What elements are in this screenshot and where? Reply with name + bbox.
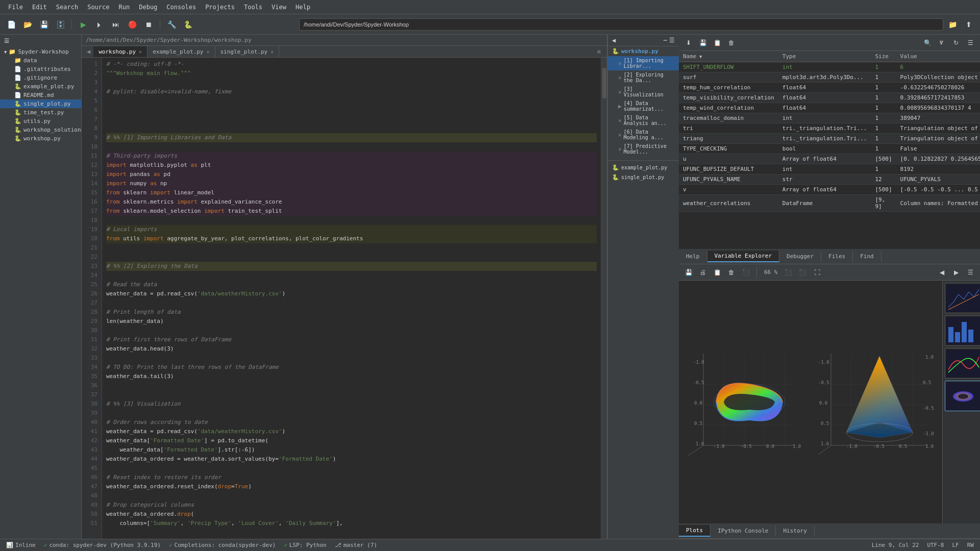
tab-variable-explorer[interactable]: Variable Explorer [707,251,780,262]
plot-print-btn[interactable]: 🖨 [697,267,708,278]
outline-single-plot[interactable]: 🐍 single_plot.py [608,172,679,182]
var-row-12[interactable]: v Array of float64 [500] [-0.5 -0.5 -0.5… [679,185,980,195]
sidebar-item-data[interactable]: 📁 data [0,56,81,65]
col-size-header[interactable]: Size [871,51,896,62]
plot-fit-btn[interactable]: ⛶ [812,267,823,278]
tab-ipython-console[interactable]: IPython Console [710,525,776,536]
sidebar-item-workshop-solutions[interactable]: 🐍 workshop_solutions.p [0,126,81,134]
var-row-11[interactable]: UFUNC_PYVALS_NAME str 12 UFUNC_PYVALS [679,174,980,185]
var-refresh-btn[interactable]: ↻ [950,37,962,48]
editor-scrollbar[interactable] [601,58,607,539]
code-editor[interactable]: 1234567891011121314151617181920212223242… [82,58,607,539]
path-input[interactable] [299,18,943,31]
outline-item-6[interactable]: ✕ [6] Data Modeling a... [608,128,679,142]
var-row-7[interactable]: triang tri._triangulation.Tri... 1 Trian… [679,134,980,144]
back-btn[interactable]: ◀ [612,37,616,44]
plot-zoom-out-btn[interactable]: ⬛ [783,267,794,278]
var-row-5[interactable]: tracemalloc_domain int 1 389047 [679,113,980,123]
var-row-2[interactable]: temp_hum_correlation float64 1 -0.632254… [679,83,980,93]
scrollbar-thumb[interactable] [602,68,606,98]
tab-close-example[interactable]: ✕ [206,49,209,55]
var-filter-btn[interactable]: ⛛ [936,37,947,48]
stop-btn[interactable]: ⏹ [141,17,156,32]
tab-plots[interactable]: Plots [679,525,710,537]
menu-tools[interactable]: Tools [240,2,266,12]
outline-collapse-btn[interactable]: ☰ [669,37,675,44]
sidebar-item-time-test[interactable]: 🐍 time_test.py [0,108,81,117]
plot-copy-btn[interactable]: 📋 [712,267,723,278]
var-row-8[interactable]: TYPE_CHECKING bool 1 False [679,144,980,154]
code-content[interactable]: # -*- coding: utf-8 -*- """Workshop main… [102,58,601,539]
tab-workshop-py[interactable]: workshop.py ✕ [93,46,148,57]
plot-delete-btn[interactable]: 🗑 [726,267,737,278]
sidebar-item-example-plot[interactable]: 🐍 example_plot.py [0,82,81,91]
outline-menu-btn[interactable]: ⋯ [664,37,667,44]
menu-help[interactable]: Help [291,2,314,12]
sidebar-item-workshop[interactable]: 🐍 workshop.py [0,134,81,143]
tab-example-plot-py[interactable]: example_plot.py ✕ [148,46,215,57]
outline-item-3[interactable]: ✕ [3] Visualization [608,85,679,99]
tab-history[interactable]: History [776,525,814,536]
menu-projects[interactable]: Projects [201,2,239,12]
variable-table[interactable]: Name Type Size Value SHIFT_UNDERFLOW int… [679,51,980,249]
sidebar-item-utils[interactable]: 🐍 utils.py [0,117,81,126]
var-row-9[interactable]: u Array of float64 [500] [0. 0.12822827 … [679,154,980,164]
menu-debug[interactable]: Debug [135,2,161,12]
open-dir-btn[interactable]: 📁 [945,17,960,32]
outline-item-7[interactable]: ✕ [7] Predictive Model... [608,142,679,156]
var-row-10[interactable]: UFUNC_BUFSIZE_DEFAULT int 1 8192 [679,164,980,174]
outline-workshop-py[interactable]: 🐍 workshop.py [608,46,679,56]
new-file-btn[interactable]: 📄 [4,17,18,32]
settings-btn[interactable]: 🔧 [164,17,179,32]
go-up-btn[interactable]: ⬆ [962,17,976,32]
sidebar-root-folder[interactable]: ▼ 📁 Spyder-Workshop [0,47,81,56]
plot-save-btn[interactable]: 💾 [683,267,694,278]
outline-item-2[interactable]: ✕ [2] Exploring the Da... [608,70,679,85]
outline-item-1[interactable]: ✕ [1] Importing Librar... [608,56,679,70]
sidebar-item-readme[interactable]: 📄 README.md [0,91,81,99]
plot-thumb-3[interactable] [945,348,980,379]
plot-next-btn[interactable]: ▶ [950,267,962,278]
plot-delete-all-btn[interactable]: ⬛ [740,267,751,278]
outline-example-plot[interactable]: 🐍 example_plot.py [608,163,679,172]
plot-thumb-2[interactable] [945,315,980,346]
sidebar-item-gitignore[interactable]: 📄 .gitignore [0,73,81,82]
menu-edit[interactable]: Edit [28,2,51,12]
python-btn[interactable]: 🐍 [181,17,195,32]
open-file-btn[interactable]: 📂 [20,17,35,32]
run-btn[interactable]: ▶ [76,17,90,32]
run-cell-btn[interactable]: ⏵ [92,17,107,32]
run-cell-advance-btn[interactable]: ⏭ [109,17,123,32]
save-all-btn[interactable]: 🗄️ [53,17,67,32]
plot-thumb-4[interactable] [945,381,980,411]
plot-prev-btn[interactable]: ◀ [936,267,947,278]
var-copy-btn[interactable]: 📋 [712,37,723,48]
col-type-header[interactable]: Type [778,51,871,62]
tab-close-single[interactable]: ✕ [271,49,274,55]
tab-debugger[interactable]: Debugger [779,251,821,262]
plot-menu-btn[interactable]: ☰ [965,267,976,278]
collapse-sidebar-icon[interactable]: ☰ [4,38,9,44]
col-value-header[interactable]: Value [896,51,980,62]
var-row-13[interactable]: weather_correlations DataFrame [9, 9] Co… [679,195,980,212]
tab-find[interactable]: Find [853,251,881,262]
var-delete-btn[interactable]: 🗑 [726,37,737,48]
menu-view[interactable]: View [267,2,290,12]
var-row-6[interactable]: tri tri._triangulation.Tri... 1 Triangul… [679,123,980,134]
outline-item-5[interactable]: ✕ [5] Data Analysis an... [608,113,679,128]
tab-close-workshop[interactable]: ✕ [139,49,142,55]
plot-zoom-in-btn[interactable]: ⬛ [797,267,808,278]
var-row-3[interactable]: temp_visibility_correlation float64 1 0.… [679,93,980,103]
tab-single-plot-py[interactable]: single_plot.py ✕ [215,46,280,57]
menu-run[interactable]: Run [115,2,134,12]
var-search-btn[interactable]: 🔍 [922,37,933,48]
sidebar-item-gitattributes[interactable]: 📄 .gitattributes [0,65,81,73]
sidebar-item-single-plot[interactable]: 🐍 single_plot.py [0,99,81,108]
tab-help[interactable]: Help [679,251,707,262]
tabs-menu-btn[interactable]: ≡ [593,46,605,57]
var-export-btn[interactable]: 💾 [697,37,708,48]
menu-source[interactable]: Source [83,2,113,12]
var-row-0[interactable]: SHIFT_UNDERFLOW int 1 6 [679,62,980,72]
outline-item-4[interactable]: ▶ [4] Data summarizat... [608,99,679,113]
var-import-btn[interactable]: ⬇ [683,37,694,48]
